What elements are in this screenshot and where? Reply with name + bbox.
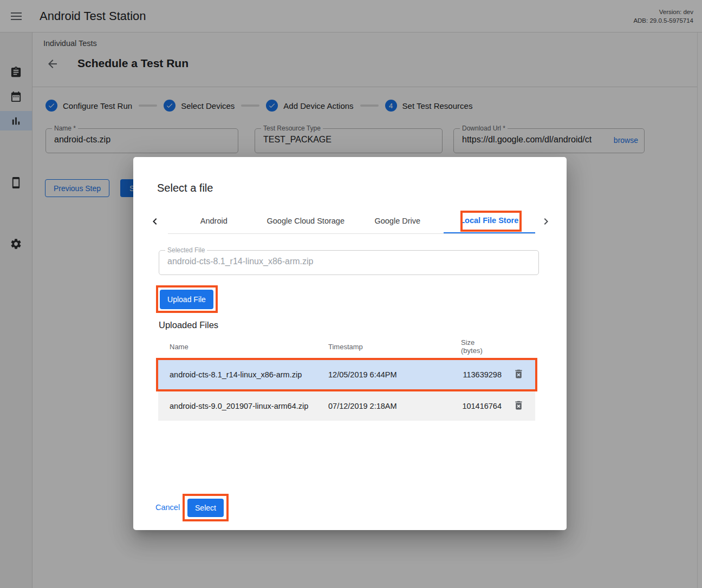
column-header-name: Name <box>170 343 328 351</box>
tabs-scroll-left-button[interactable] <box>148 215 161 228</box>
delete-forever-icon <box>513 400 524 411</box>
dialog-title: Select a file <box>157 182 213 194</box>
screen: Android Test Station Version: dev ADB: 2… <box>0 0 702 588</box>
tabs-scroll-right-button[interactable] <box>540 215 552 228</box>
selected-file-label: Selected File <box>165 246 207 254</box>
tab-google-drive[interactable]: Google Drive <box>352 208 444 233</box>
selected-file-value: android-cts-8.1_r14-linux_x86-arm.zip <box>167 257 532 266</box>
chevron-right-icon <box>540 215 552 228</box>
files-table-header: Name Timestamp Size (bytes) <box>158 335 535 358</box>
select-file-dialog: Select a file Android Google Cloud Stora… <box>133 157 567 530</box>
file-timestamp: 07/12/2019 2:18AM <box>328 402 461 410</box>
file-row-selected[interactable]: android-cts-8.1_r14-linux_x86-arm.zip 12… <box>158 360 535 389</box>
delete-file-button[interactable] <box>512 367 525 382</box>
file-size: 113639298 <box>461 370 502 379</box>
file-size: 101416764 <box>461 402 502 410</box>
tab-google-cloud-storage[interactable]: Google Cloud Storage <box>260 208 352 233</box>
tabs: Android Google Cloud Storage Google Driv… <box>168 208 535 234</box>
selected-file-field: Selected File android-cts-8.1_r14-linux_… <box>159 250 539 275</box>
delete-file-button[interactable] <box>512 398 525 414</box>
chevron-left-icon <box>148 215 161 228</box>
file-timestamp: 12/05/2019 6:44PM <box>328 370 461 379</box>
cancel-button[interactable]: Cancel <box>155 503 180 512</box>
file-row[interactable]: android-sts-9.0_201907-linux-arm64.zip 0… <box>158 391 535 421</box>
upload-file-button[interactable]: Upload File <box>160 290 213 309</box>
column-header-size: Size (bytes) <box>461 338 502 355</box>
column-header-timestamp: Timestamp <box>328 343 461 351</box>
tab-bar: Android Google Cloud Storage Google Driv… <box>133 208 567 234</box>
select-button[interactable]: Select <box>187 499 224 517</box>
file-name: android-cts-8.1_r14-linux_x86-arm.zip <box>170 370 328 379</box>
file-name: android-sts-9.0_201907-linux-arm64.zip <box>170 402 328 410</box>
tab-android[interactable]: Android <box>168 208 260 233</box>
tab-local-file-store[interactable]: Local File Store <box>444 208 536 233</box>
uploaded-files-heading: Uploaded Files <box>159 320 218 330</box>
delete-forever-icon <box>513 368 524 380</box>
